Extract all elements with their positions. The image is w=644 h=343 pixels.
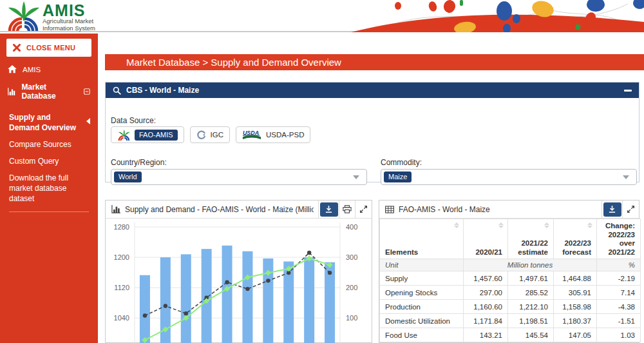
active-indicator-icon (86, 118, 90, 124)
sub-item-label: Custom Query (9, 157, 59, 166)
sidebar-subnav: Supply and Demand Overview Compare Sourc… (0, 104, 98, 212)
sidebar-item-label: AMIS (23, 66, 41, 74)
collapse-section-icon[interactable] (84, 88, 90, 95)
cell: -1.51 (597, 314, 641, 328)
table-row: Production 1,160.60 1,212.10 1,158.98 -4… (380, 300, 641, 314)
cell: 1,158.98 (554, 300, 597, 314)
sidebar-item-custom-query[interactable]: Custom Query (9, 156, 91, 166)
chevron-down-icon (353, 175, 359, 179)
table-panel: FAO-AMIS - World - Maize Elements (379, 200, 639, 343)
table-header-row: Elements 2020/21 2021/22 estimate 2022/2… (380, 219, 641, 259)
cell: -4.38 (597, 300, 641, 314)
sidebar: CLOSE MENU AMIS Market Database Supply a… (0, 34, 98, 343)
cell: 285.52 (508, 286, 554, 300)
supply-demand-chart: 1280120011201040400300200100 (106, 219, 372, 343)
close-menu-button[interactable]: CLOSE MENU (6, 39, 91, 57)
sidebar-item-amis[interactable]: AMIS (0, 61, 98, 77)
source-label: IGC (211, 131, 223, 139)
col-header-2022-23-forecast: 2022/23 forecast (554, 219, 597, 259)
igc-logo-icon (196, 130, 206, 140)
table-row: Supply 1,457.60 1,497.61 1,464.88 -2.19 (380, 271, 641, 286)
table-panel-header: FAO-AMIS - World - Maize (379, 201, 639, 219)
chart-icon (111, 205, 120, 213)
row-label: Supply (380, 271, 464, 286)
cell: 7.14 (597, 286, 641, 300)
selected-country-chip: World (114, 172, 142, 182)
cell: 147.05 (554, 328, 597, 342)
sort-icon[interactable] (544, 222, 549, 228)
cell: 143.21 (464, 328, 508, 342)
source-label: USDA-PSD (266, 131, 304, 139)
unit-row: Unit Million tonnes % (380, 259, 641, 271)
cell: 1.03 (597, 328, 641, 342)
svg-text:USDA: USDA (243, 130, 259, 136)
source-button-fao-amis[interactable]: FAO-AMIS (111, 126, 184, 143)
logo-subtitle-1: Agricultural Market (43, 18, 95, 25)
svg-text:300: 300 (346, 253, 357, 261)
cell: 1,457.60 (464, 271, 508, 286)
chart-print-button[interactable] (339, 201, 355, 218)
close-icon (13, 44, 21, 52)
source-button-igc[interactable]: IGC (190, 126, 230, 143)
cell: 1,464.88 (554, 271, 597, 286)
svg-text:1120: 1120 (114, 284, 129, 291)
cell: 305.91 (554, 286, 597, 300)
top-header: AMIS Agricultural Market Information Sys… (0, 0, 644, 32)
supply-demand-table: Elements 2020/21 2021/22 estimate 2022/2… (379, 219, 641, 342)
table-download-button[interactable] (602, 201, 623, 218)
sidebar-item-market-database[interactable]: Market Database (0, 79, 98, 104)
table-expand-button[interactable] (623, 201, 639, 218)
chevron-down-icon (623, 175, 629, 179)
cell: 145.54 (508, 328, 554, 342)
svg-text:400: 400 (346, 223, 357, 231)
row-label: Domestic Utilization (380, 314, 464, 328)
cell: 1,497.61 (508, 271, 554, 286)
data-source-label: Data Source: (111, 116, 156, 125)
col-header-change: Change: 2022/23 over 2021/22 (597, 219, 641, 259)
selected-commodity-chip: Maize (384, 172, 412, 182)
commodity-select[interactable]: Maize (381, 169, 637, 185)
svg-text:100: 100 (346, 314, 357, 322)
table-panel-title: FAO-AMIS - World - Maize (399, 205, 597, 214)
sort-icon[interactable] (587, 222, 592, 228)
chart-panel: Supply and Demand - FAO-AMIS - World - M… (105, 200, 372, 343)
country-region-label: Country/Region: (111, 158, 167, 167)
usda-logo-icon: USDA (242, 129, 261, 141)
country-region-select[interactable]: World (111, 169, 367, 185)
chart-panel-header: Supply and Demand - FAO-AMIS - World - M… (106, 201, 372, 219)
svg-text:1200: 1200 (114, 253, 129, 261)
sidebar-item-download-dataset[interactable]: Download the full market database datase… (9, 173, 91, 204)
cell: 297.00 (464, 286, 508, 300)
logo-subtitle-2: Information System (43, 25, 95, 32)
sub-item-label: Compare Sources (9, 140, 71, 149)
collapse-panel-icon[interactable] (624, 90, 632, 92)
expand-icon (359, 205, 368, 213)
table-row: Opening Stocks 297.00 285.52 305.91 7.14 (380, 286, 641, 300)
sort-icon[interactable] (454, 222, 459, 228)
row-label: Opening Stocks (380, 286, 464, 300)
data-source-buttons: FAO-AMIS IGC USDA USDA-PSD (111, 126, 310, 143)
chart-download-button[interactable] (319, 201, 339, 218)
table-icon (385, 206, 394, 213)
chart-expand-button[interactable] (355, 201, 372, 218)
download-icon (608, 205, 616, 213)
sidebar-divider (9, 211, 89, 212)
cell: 1,160.60 (464, 300, 508, 314)
cbs-panel-header: CBS - World - Maize (106, 83, 639, 98)
logo-title: AMIS (43, 3, 95, 18)
col-header-2020-21: 2020/21 (464, 219, 508, 259)
close-menu-label: CLOSE MENU (26, 44, 75, 52)
unit-value: Million tonnes (464, 259, 597, 271)
sidebar-item-supply-and-demand-overview[interactable]: Supply and Demand Overview (9, 112, 91, 133)
cell: 1,171.84 (464, 314, 508, 328)
download-icon (325, 205, 333, 213)
source-button-usda-psd[interactable]: USDA USDA-PSD (236, 126, 310, 143)
col-header-2021-22-estimate: 2021/22 estimate (508, 219, 554, 259)
sidebar-item-compare-sources[interactable]: Compare Sources (9, 139, 91, 150)
sidebar-item-label: Market Database (21, 83, 72, 101)
bar-chart-icon (8, 87, 15, 96)
svg-text:1280: 1280 (114, 223, 129, 231)
row-label: Production (380, 300, 464, 314)
sort-icon[interactable] (498, 222, 504, 228)
cell: 1,198.51 (508, 314, 554, 328)
